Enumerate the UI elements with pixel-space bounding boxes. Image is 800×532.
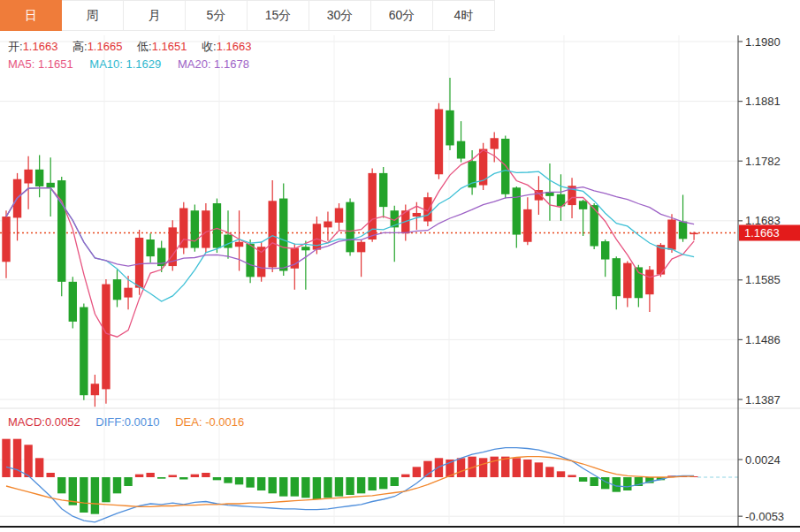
tab-month[interactable]: 月 <box>124 0 186 31</box>
macd-hist-bar <box>391 477 399 486</box>
macd-hist-bar <box>157 477 165 479</box>
candle-body <box>224 235 232 248</box>
ohlc-legend: 开:1.1663 高:1.1665 低:1.1651 收:1.1663 <box>8 39 263 55</box>
candle-body <box>69 282 77 322</box>
price-axis-label: 1.1881 <box>745 95 781 108</box>
macd-hist-bar <box>545 467 553 477</box>
candle-body <box>324 222 331 228</box>
candle-body <box>235 242 243 247</box>
candle-body <box>191 210 199 247</box>
macd-value: MACD:0.0052 <box>8 415 80 429</box>
dea-value: DEA: -0.0016 <box>175 415 244 429</box>
candle-body <box>579 201 587 209</box>
candle-body <box>102 285 110 390</box>
macd-hist-bar <box>179 477 187 480</box>
candle-body <box>47 183 55 187</box>
tab-60min[interactable]: 60分 <box>371 0 433 31</box>
candle-body <box>690 233 697 235</box>
candle-body <box>457 141 465 159</box>
tab-15min[interactable]: 15分 <box>248 0 309 31</box>
candle-body <box>301 247 309 250</box>
candle-body <box>491 138 499 148</box>
candle-body <box>2 217 10 262</box>
close-value: 1.1663 <box>217 40 252 53</box>
macd-hist-bar <box>523 460 531 477</box>
candle-body <box>623 263 631 299</box>
candle-body <box>479 149 487 186</box>
ma-legend: MA5: 1.1651 MA10: 1.1629 MA20: 1.1678 <box>8 57 249 71</box>
candle-body <box>613 258 621 296</box>
macd-hist-bar <box>47 473 55 477</box>
close-label: 收: <box>202 40 217 53</box>
ma10-value: MA10: 1.1629 <box>89 57 161 71</box>
macd-hist-bar <box>324 477 331 498</box>
candle-body <box>523 209 531 242</box>
candle-body <box>35 170 43 186</box>
candle-body <box>246 244 254 277</box>
macd-hist-bar <box>24 445 32 477</box>
candle-body <box>501 139 509 194</box>
low-label: 低: <box>137 40 152 53</box>
candle-body <box>57 180 65 282</box>
macd-hist-bar <box>35 458 43 477</box>
macd-hist-bar <box>91 477 99 514</box>
macd-hist-bar <box>279 477 287 497</box>
macd-hist-bar <box>291 477 299 497</box>
kline-widget: { "toolbar": { "tabs": [ { "name": "tab-… <box>0 0 800 532</box>
candle-body <box>202 210 210 247</box>
macd-hist-bar <box>2 439 10 477</box>
macd-legend: MACD:0.0052 DIFF:0.0010 DEA: -0.0016 <box>8 415 244 429</box>
tab-day[interactable]: 日 <box>0 0 62 31</box>
macd-hist-bar <box>313 477 321 499</box>
macd-hist-bar <box>102 477 110 502</box>
candle-body <box>357 242 365 253</box>
candle-body <box>513 187 521 234</box>
macd-hist-bar <box>213 477 221 480</box>
candle-body <box>279 199 287 271</box>
candle-body <box>135 238 143 288</box>
macd-hist-bar <box>191 475 199 477</box>
macd-hist-bar <box>557 471 565 477</box>
tab-30min[interactable]: 30分 <box>309 0 371 31</box>
macd-hist-bar <box>435 458 443 477</box>
candle-body <box>435 109 443 174</box>
macd-hist-bar <box>246 477 254 488</box>
macd-hist-bar <box>224 477 232 483</box>
candle-body <box>413 213 421 217</box>
macd-hist-bar <box>80 477 88 513</box>
candle-body <box>379 173 387 207</box>
macd-hist-bar <box>113 477 121 493</box>
candle-body <box>269 201 277 267</box>
ma5-value: MA5: 1.1651 <box>8 57 73 71</box>
candle-body <box>124 288 132 298</box>
candle-body <box>679 222 687 239</box>
macd-hist-bar <box>257 477 265 490</box>
macd-hist-bar <box>379 477 387 489</box>
tab-5min[interactable]: 5分 <box>186 0 248 31</box>
candle-body <box>146 239 154 256</box>
macd-hist-bar <box>623 477 631 490</box>
kline-chart-canvas[interactable]: 1.19801.18811.17821.16831.15851.14861.13… <box>0 0 800 532</box>
macd-hist-bar <box>590 477 598 486</box>
candle-body <box>335 208 343 222</box>
current-price-tag-text: 1.1663 <box>744 226 780 239</box>
open-label: 开: <box>8 40 23 53</box>
tab-4hour[interactable]: 4时 <box>433 0 495 31</box>
macd-hist-bar <box>368 477 376 490</box>
tab-week[interactable]: 周 <box>62 0 124 31</box>
macd-hist-bar <box>513 458 521 477</box>
macd-hist-bar <box>202 473 210 477</box>
candle-body <box>645 270 653 294</box>
diff-value: DIFF:0.0010 <box>95 415 159 429</box>
open-value: 1.1663 <box>23 40 58 53</box>
macd-hist-bar <box>401 475 409 477</box>
macd-hist-bar <box>346 477 354 495</box>
price-axis-label: 1.1782 <box>745 155 781 168</box>
macd-hist-bar <box>357 477 365 493</box>
macd-hist-bar <box>146 473 154 477</box>
price-axis-label: 1.1585 <box>745 273 781 286</box>
macd-hist-bar <box>579 477 587 482</box>
macd-axis-label: 0.0024 <box>745 453 781 467</box>
macd-hist-bar <box>413 467 421 477</box>
macd-hist-bar <box>457 458 465 477</box>
